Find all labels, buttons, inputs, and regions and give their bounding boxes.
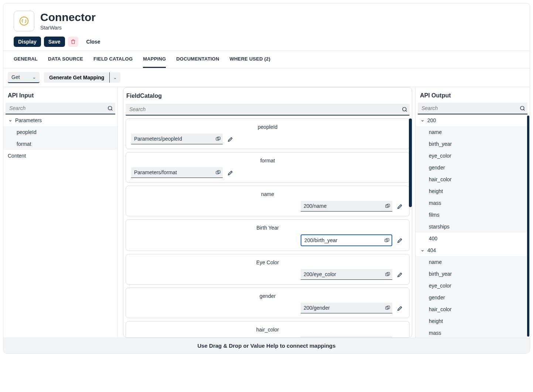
chevron-down-icon: ⌄ <box>113 75 117 80</box>
tree-group[interactable]: 200 <box>416 114 527 126</box>
api-input-search-input[interactable] <box>6 103 105 114</box>
mapping-input-wrap[interactable] <box>301 303 392 313</box>
api-input-search[interactable] <box>6 103 115 114</box>
fieldcatalog-search[interactable] <box>126 104 410 116</box>
fieldcatalog-cards: peopleIdformatnameBirth YearEye Colorgen… <box>123 118 412 337</box>
edit-icon[interactable] <box>396 237 404 244</box>
tree-item[interactable]: birth_year <box>416 138 527 150</box>
tree-item[interactable]: eye_color <box>416 150 527 162</box>
mapping-row <box>131 167 404 178</box>
page-title: Connector <box>40 11 96 23</box>
chevron-down-icon <box>8 118 13 123</box>
api-input-tree: ParameterspeopleIdformatContent <box>3 114 117 338</box>
field-card: gender <box>126 288 410 318</box>
tree-item[interactable]: hair_color <box>416 173 527 185</box>
edit-icon[interactable] <box>396 271 404 278</box>
svg-point-2 <box>402 107 406 111</box>
value-help-icon[interactable] <box>382 238 392 243</box>
mapping-input[interactable] <box>301 269 383 279</box>
mapping-row <box>131 134 404 144</box>
tree-item[interactable]: films <box>416 209 527 221</box>
tree-item[interactable]: height <box>416 315 527 327</box>
edit-icon[interactable] <box>226 136 235 142</box>
close-link[interactable]: Close <box>86 39 100 45</box>
mapping-input[interactable] <box>131 167 213 178</box>
tree-item[interactable]: eye_color <box>416 280 527 292</box>
tab-general[interactable]: GENERAL <box>14 51 38 68</box>
value-help-icon[interactable] <box>383 305 392 311</box>
api-output-tree: 200namebirth_yeareye_colorgenderhair_col… <box>416 114 527 338</box>
svg-point-1 <box>108 106 112 110</box>
value-help-icon[interactable] <box>383 272 392 277</box>
edit-icon[interactable] <box>396 203 404 210</box>
mapping-input[interactable] <box>301 303 383 313</box>
mapping-input[interactable] <box>301 336 383 337</box>
field-card-title: gender <box>131 292 404 303</box>
tree-item[interactable]: name <box>416 256 527 268</box>
tree-group[interactable]: Content <box>3 150 117 162</box>
mapping-input-wrap[interactable] <box>301 201 392 212</box>
tree-item[interactable]: birth_year <box>416 268 527 280</box>
tree-group[interactable]: 400 <box>416 233 527 244</box>
display-button[interactable]: Display <box>14 37 41 47</box>
value-help-icon[interactable] <box>383 203 392 209</box>
value-help-icon[interactable] <box>213 136 223 142</box>
tab-where-used-2-[interactable]: WHERE USED (2) <box>230 51 270 68</box>
tree-item[interactable]: hair_color <box>416 303 527 315</box>
fieldcatalog-search-input[interactable] <box>126 104 399 115</box>
save-button[interactable]: Save <box>44 37 65 47</box>
value-help-icon[interactable] <box>213 170 223 175</box>
tab-field-catalog[interactable]: FIELD CATALOG <box>93 51 133 68</box>
tree-item[interactable]: height <box>416 185 527 197</box>
delete-button[interactable] <box>68 37 78 47</box>
field-card-title: hair_color <box>131 325 404 336</box>
scrollbar-thumb[interactable] <box>409 118 412 207</box>
api-output-search-input[interactable] <box>418 103 517 114</box>
tree-item[interactable]: gender <box>416 292 527 303</box>
tree-group[interactable]: Parameters <box>3 114 117 126</box>
mapping-input-wrap[interactable] <box>131 167 223 178</box>
mapping-input[interactable] <box>301 201 383 211</box>
mapping-row <box>131 336 404 337</box>
mapping-input-wrap[interactable] <box>301 336 392 337</box>
tree-item[interactable]: peopleId <box>3 126 117 138</box>
tab-documentation[interactable]: DOCUMENTATION <box>176 51 219 68</box>
field-card: Eye Color <box>126 254 410 285</box>
tree-group[interactable]: 404 <box>416 244 527 256</box>
api-output-search[interactable] <box>418 103 527 114</box>
svg-point-19 <box>520 106 524 110</box>
mapping-row <box>131 303 404 313</box>
method-select[interactable]: Get ⌄ <box>8 72 40 83</box>
tree-item[interactable]: mass <box>416 327 527 338</box>
tree-item[interactable]: format <box>3 138 117 150</box>
edit-icon[interactable] <box>226 169 235 176</box>
footer-hint: Use Drag & Drop or Value Help to connect… <box>3 338 530 353</box>
field-card: hair_color <box>126 321 410 337</box>
mapping-input-wrap[interactable] <box>301 269 392 280</box>
chevron-down-icon <box>420 248 425 253</box>
mapping-row <box>131 269 404 280</box>
generate-mapping-splitbutton[interactable]: Generate Get Mapping ⌄ <box>44 72 120 83</box>
generate-mapping-split[interactable]: ⌄ <box>109 72 120 83</box>
tab-data-source[interactable]: DATA SOURCE <box>48 51 83 68</box>
search-icon <box>517 105 527 111</box>
mapping-input-wrap[interactable] <box>301 234 392 246</box>
chevron-down-icon <box>420 118 425 123</box>
tab-mapping[interactable]: MAPPING <box>143 51 166 68</box>
api-output-title: API Output <box>416 87 530 103</box>
mapping-input-wrap[interactable] <box>131 134 223 144</box>
tree-group-label: Parameters <box>15 117 42 123</box>
tree-item[interactable]: gender <box>416 162 527 173</box>
mapping-input[interactable] <box>301 235 382 245</box>
tree-item[interactable]: mass <box>416 197 527 209</box>
generate-mapping-button[interactable]: Generate Get Mapping <box>44 72 109 83</box>
field-card: format <box>126 152 410 183</box>
scrollbar-thumb[interactable] <box>527 116 529 337</box>
tree-item[interactable]: starships <box>416 221 527 233</box>
field-card-title: Eye Color <box>131 258 404 269</box>
mapping-input[interactable] <box>131 134 213 144</box>
tree-group-label: Content <box>8 153 26 159</box>
edit-icon[interactable] <box>396 305 404 312</box>
tree-item[interactable]: name <box>416 126 527 138</box>
search-icon <box>105 105 115 111</box>
